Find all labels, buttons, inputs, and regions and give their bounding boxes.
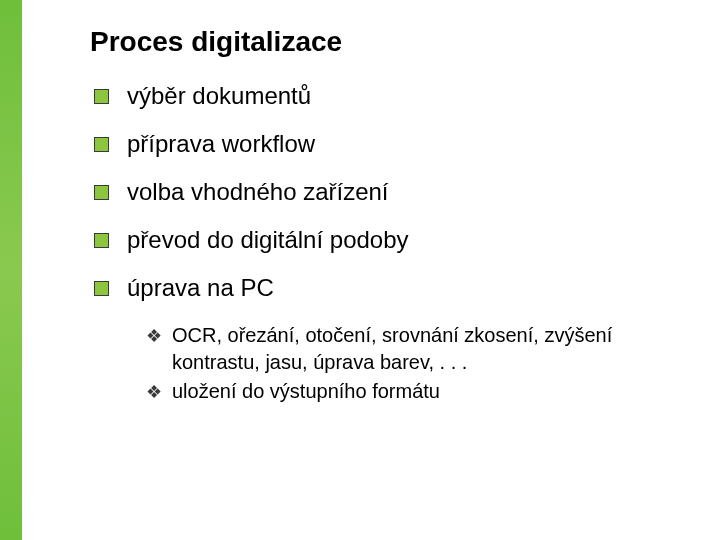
square-bullet-icon <box>94 281 109 296</box>
list-item-label: příprava workflow <box>127 130 315 158</box>
sub-list-item: ❖ OCR, ořezání, otočení, srovnání zkosen… <box>146 322 680 376</box>
sub-list-item-label: OCR, ořezání, otočení, srovnání zkosení,… <box>172 322 652 376</box>
list-item-label: výběr dokumentů <box>127 82 311 110</box>
list-item-label: volba vhodného zařízení <box>127 178 389 206</box>
square-bullet-icon <box>94 233 109 248</box>
list-item-label: převod do digitální podoby <box>127 226 409 254</box>
square-bullet-icon <box>94 89 109 104</box>
sub-list-item: ❖ uložení do výstupního formátu <box>146 378 680 405</box>
list-item-label: úprava na PC <box>127 274 274 302</box>
list-item: volba vhodného zařízení <box>94 178 680 206</box>
list-item: příprava workflow <box>94 130 680 158</box>
sub-bullet-list: ❖ OCR, ořezání, otočení, srovnání zkosen… <box>146 322 680 405</box>
square-bullet-icon <box>94 137 109 152</box>
slide-content: Proces digitalizace výběr dokumentů příp… <box>90 26 680 407</box>
list-item: výběr dokumentů <box>94 82 680 110</box>
diamond-bullet-icon: ❖ <box>146 380 162 404</box>
left-accent-stripe <box>0 0 22 540</box>
diamond-bullet-icon: ❖ <box>146 324 162 348</box>
sub-list-item-label: uložení do výstupního formátu <box>172 378 440 405</box>
list-item: úprava na PC <box>94 274 680 302</box>
slide-title: Proces digitalizace <box>90 26 680 58</box>
bullet-list: výběr dokumentů příprava workflow volba … <box>94 82 680 405</box>
list-item: převod do digitální podoby <box>94 226 680 254</box>
square-bullet-icon <box>94 185 109 200</box>
